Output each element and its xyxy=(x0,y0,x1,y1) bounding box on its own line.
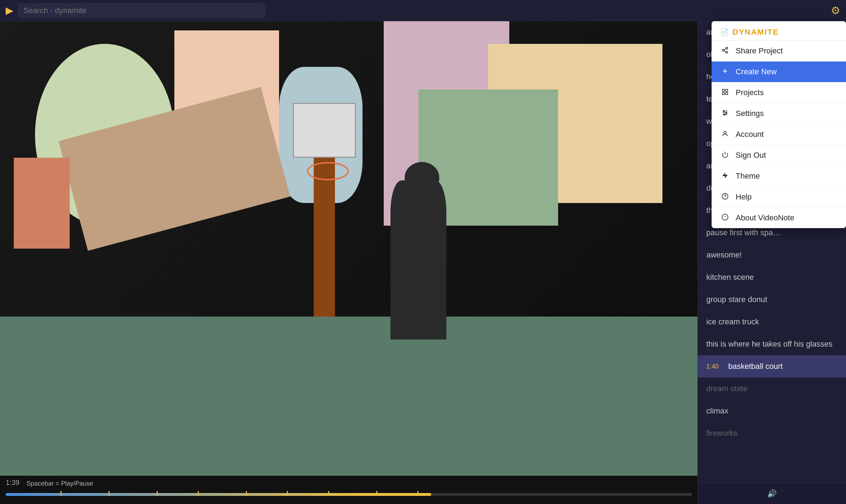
dropdown-item-label-settings: Settings xyxy=(736,109,764,118)
dropdown-title: DYNAMITE xyxy=(732,28,779,37)
dropdown-item-help[interactable]: Help xyxy=(712,187,846,208)
progress-container[interactable] xyxy=(6,491,692,498)
marker-6 xyxy=(287,491,288,496)
user-icon xyxy=(720,130,730,139)
note-item-13[interactable]: group stare donut xyxy=(698,289,846,311)
svg-point-14 xyxy=(723,110,724,111)
marker-8 xyxy=(376,491,377,496)
note-label-11: awesome! xyxy=(706,250,742,260)
dropdown-item-create-new[interactable]: Create New xyxy=(712,62,846,82)
shortcut-hint: Spacebar = Play/Pause xyxy=(27,480,93,487)
person-body xyxy=(390,180,446,340)
svg-rect-7 xyxy=(723,89,725,91)
grid-icon xyxy=(720,88,730,97)
marker-2 xyxy=(109,491,110,496)
dropdown-item-label-share: Share Project xyxy=(736,46,783,56)
hoop-ring xyxy=(307,162,349,180)
note-label-10: pause first with spa… xyxy=(706,228,781,237)
video-frame xyxy=(0,21,697,476)
dropdown-item-label-projects: Projects xyxy=(736,88,764,97)
progress-markers xyxy=(6,491,692,498)
marker-4 xyxy=(198,491,199,496)
dropdown-menu: 📄 DYNAMITE Share ProjectCreate NewProjec… xyxy=(712,21,846,228)
dropdown-item-projects[interactable]: Projects xyxy=(712,82,846,103)
bolt-icon xyxy=(720,172,730,181)
dropdown-item-settings[interactable]: Settings xyxy=(712,103,846,124)
svg-point-17 xyxy=(724,131,726,134)
svg-point-16 xyxy=(724,114,725,115)
video-controls: 1:39 Spacebar = Play/Pause xyxy=(0,476,697,504)
dropdown-item-theme[interactable]: Theme xyxy=(712,166,846,187)
svg-rect-10 xyxy=(726,92,728,94)
note-label-19: fireworks xyxy=(706,429,737,438)
doc-icon: 📄 xyxy=(720,28,729,36)
dropdown-item-label-theme: Theme xyxy=(736,172,760,181)
note-item-18[interactable]: climax xyxy=(698,400,846,422)
video-background xyxy=(0,21,697,476)
arrow-icon[interactable]: ▶ xyxy=(6,5,13,16)
svg-line-4 xyxy=(724,48,726,50)
note-item-16[interactable]: 1:40basketball court xyxy=(698,355,846,378)
dropdown-item-sign-out[interactable]: Sign Out xyxy=(712,145,846,166)
add-note-icon[interactable]: 🔊 xyxy=(767,489,777,498)
note-item-11[interactable]: awesome! xyxy=(698,244,846,266)
marker-5 xyxy=(246,491,247,496)
note-time-16: 1:40 xyxy=(706,363,724,370)
svg-point-0 xyxy=(726,47,728,49)
dropdown-item-share[interactable]: Share Project xyxy=(712,41,846,62)
court-floor xyxy=(0,317,697,476)
note-item-15[interactable]: this is where he takes off his glasses xyxy=(698,333,846,355)
svg-point-15 xyxy=(726,112,727,113)
marker-7 xyxy=(328,491,329,496)
note-item-14[interactable]: ice cream truck xyxy=(698,311,846,333)
svg-point-2 xyxy=(726,51,728,53)
svg-point-1 xyxy=(723,49,724,51)
dropdown-item-label-create-new: Create New xyxy=(736,67,777,76)
note-label-16: basketball court xyxy=(728,362,783,371)
marker-3 xyxy=(157,491,158,496)
note-item-17[interactable]: dream state xyxy=(698,378,846,400)
info-icon xyxy=(720,214,730,222)
share-icon xyxy=(720,47,730,56)
svg-rect-9 xyxy=(723,92,725,94)
dropdown-item-label-help: Help xyxy=(736,192,752,202)
time-display: 1:39 xyxy=(6,479,19,487)
note-label-17: dream state xyxy=(706,384,747,393)
plus-icon xyxy=(720,68,730,76)
gear-icon[interactable]: ⚙ xyxy=(831,4,840,17)
svg-marker-19 xyxy=(723,172,728,178)
svg-line-3 xyxy=(724,51,726,52)
marker-1 xyxy=(60,491,62,496)
search-input[interactable] xyxy=(18,3,265,18)
dropdown-items: Share ProjectCreate NewProjectsSettingsA… xyxy=(712,41,846,228)
marker-9 xyxy=(417,491,418,496)
sliders-icon xyxy=(720,109,730,118)
dropdown-item-label-account: Account xyxy=(736,130,764,139)
note-label-15: this is where he takes off his glasses xyxy=(706,340,833,349)
video-area: 1:39 Spacebar = Play/Pause xyxy=(0,21,697,504)
hoop-board xyxy=(293,103,355,157)
power-icon xyxy=(720,151,730,160)
note-label-18: climax xyxy=(706,406,728,416)
svg-rect-8 xyxy=(726,89,728,91)
dropdown-item-account[interactable]: Account xyxy=(712,124,846,145)
sidebar-bottom: 🔊 xyxy=(698,483,846,504)
note-item-19[interactable]: fireworks xyxy=(698,422,846,445)
dropdown-item-label-about: About VideoNote xyxy=(736,213,794,222)
dropdown-item-label-sign-out: Sign Out xyxy=(736,151,766,160)
note-label-14: ice cream truck xyxy=(706,317,759,326)
top-bar: ▶ ⚙ 📄 DYNAMITE Share ProjectCreate NewPr… xyxy=(0,0,846,21)
note-label-13: group stare donut xyxy=(706,295,767,304)
mural-shape-8 xyxy=(14,158,70,249)
note-label-12: kitchen scene xyxy=(706,273,754,282)
dropdown-item-about[interactable]: About VideoNote xyxy=(712,208,846,228)
dropdown-header: 📄 DYNAMITE xyxy=(712,21,846,41)
help-icon xyxy=(720,193,730,202)
note-item-12[interactable]: kitchen scene xyxy=(698,266,846,289)
